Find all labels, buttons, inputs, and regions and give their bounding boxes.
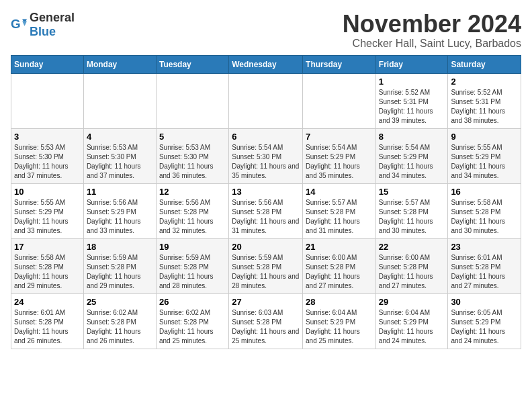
day-info: Sunrise: 5:55 AM Sunset: 5:29 PM Dayligh…: [451, 143, 518, 181]
day-number: 16: [451, 187, 518, 197]
weekday-header-cell: Monday: [83, 55, 156, 73]
calendar-week-row: 17Sunrise: 5:58 AM Sunset: 5:28 PM Dayli…: [11, 238, 521, 293]
calendar-cell: 1Sunrise: 5:52 AM Sunset: 5:31 PM Daylig…: [375, 73, 448, 128]
day-number: 19: [159, 242, 226, 252]
day-info: Sunrise: 6:04 AM Sunset: 5:29 PM Dayligh…: [306, 308, 373, 346]
calendar-cell: 7Sunrise: 5:54 AM Sunset: 5:29 PM Daylig…: [303, 128, 376, 183]
title-area: November 2024 Checker Hall, Saint Lucy, …: [343, 11, 521, 50]
day-number: 23: [451, 242, 518, 252]
day-number: 26: [159, 297, 226, 307]
weekday-header-cell: Sunday: [11, 55, 84, 73]
day-info: Sunrise: 5:58 AM Sunset: 5:28 PM Dayligh…: [451, 198, 518, 236]
weekday-header-row: SundayMondayTuesdayWednesdayThursdayFrid…: [11, 55, 521, 73]
day-info: Sunrise: 6:03 AM Sunset: 5:28 PM Dayligh…: [232, 308, 300, 346]
calendar-cell: 25Sunrise: 6:02 AM Sunset: 5:28 PM Dayli…: [83, 293, 156, 349]
calendar-cell: 6Sunrise: 5:54 AM Sunset: 5:30 PM Daylig…: [229, 128, 303, 183]
calendar-cell: 16Sunrise: 5:58 AM Sunset: 5:28 PM Dayli…: [448, 183, 521, 238]
day-number: 8: [379, 132, 445, 142]
day-number: 21: [306, 242, 373, 252]
day-info: Sunrise: 5:56 AM Sunset: 5:28 PM Dayligh…: [232, 198, 300, 236]
day-number: 14: [306, 187, 373, 197]
weekday-header-cell: Tuesday: [156, 55, 228, 73]
calendar-cell: [11, 73, 84, 128]
calendar-cell: 19Sunrise: 5:59 AM Sunset: 5:28 PM Dayli…: [156, 238, 228, 293]
calendar-cell: 14Sunrise: 5:57 AM Sunset: 5:28 PM Dayli…: [303, 183, 376, 238]
calendar-cell: [229, 73, 303, 128]
day-number: 7: [306, 132, 373, 142]
day-info: Sunrise: 5:59 AM Sunset: 5:28 PM Dayligh…: [159, 253, 226, 291]
calendar-week-row: 10Sunrise: 5:55 AM Sunset: 5:29 PM Dayli…: [11, 183, 521, 238]
day-number: 11: [87, 187, 153, 197]
logo-icon: G: [11, 17, 27, 33]
calendar-cell: 22Sunrise: 6:00 AM Sunset: 5:28 PM Dayli…: [375, 238, 448, 293]
calendar-cell: 13Sunrise: 5:56 AM Sunset: 5:28 PM Dayli…: [229, 183, 303, 238]
day-info: Sunrise: 6:00 AM Sunset: 5:28 PM Dayligh…: [379, 253, 445, 291]
day-number: 13: [232, 187, 300, 197]
svg-text:G: G: [11, 17, 21, 31]
weekday-header-cell: Friday: [375, 55, 448, 73]
location-title: Checker Hall, Saint Lucy, Barbados: [343, 38, 521, 50]
day-info: Sunrise: 6:05 AM Sunset: 5:29 PM Dayligh…: [451, 308, 518, 346]
calendar-cell: 30Sunrise: 6:05 AM Sunset: 5:29 PM Dayli…: [448, 293, 521, 349]
day-info: Sunrise: 5:54 AM Sunset: 5:29 PM Dayligh…: [379, 143, 445, 181]
calendar-cell: 27Sunrise: 6:03 AM Sunset: 5:28 PM Dayli…: [229, 293, 303, 349]
day-number: 25: [87, 297, 153, 307]
day-info: Sunrise: 5:59 AM Sunset: 5:28 PM Dayligh…: [87, 253, 153, 291]
day-info: Sunrise: 6:04 AM Sunset: 5:29 PM Dayligh…: [379, 308, 445, 346]
logo-text: General Blue: [30, 11, 75, 39]
day-number: 4: [87, 132, 153, 142]
day-info: Sunrise: 5:57 AM Sunset: 5:28 PM Dayligh…: [379, 198, 445, 236]
calendar-week-row: 1Sunrise: 5:52 AM Sunset: 5:31 PM Daylig…: [11, 73, 521, 128]
day-number: 10: [14, 187, 81, 197]
logo: G General Blue: [11, 11, 75, 39]
calendar-table: SundayMondayTuesdayWednesdayThursdayFrid…: [11, 55, 521, 349]
day-info: Sunrise: 6:02 AM Sunset: 5:28 PM Dayligh…: [159, 308, 226, 346]
day-info: Sunrise: 5:52 AM Sunset: 5:31 PM Dayligh…: [451, 88, 518, 126]
calendar-cell: 21Sunrise: 6:00 AM Sunset: 5:28 PM Dayli…: [303, 238, 376, 293]
day-number: 29: [379, 297, 445, 307]
weekday-header-cell: Saturday: [448, 55, 521, 73]
day-info: Sunrise: 5:55 AM Sunset: 5:29 PM Dayligh…: [14, 198, 81, 236]
day-number: 9: [451, 132, 518, 142]
day-info: Sunrise: 5:56 AM Sunset: 5:29 PM Dayligh…: [87, 198, 153, 236]
day-number: 24: [14, 297, 81, 307]
day-number: 12: [159, 187, 226, 197]
calendar-cell: 17Sunrise: 5:58 AM Sunset: 5:28 PM Dayli…: [11, 238, 84, 293]
day-info: Sunrise: 5:53 AM Sunset: 5:30 PM Dayligh…: [14, 143, 81, 181]
day-info: Sunrise: 5:53 AM Sunset: 5:30 PM Dayligh…: [87, 143, 153, 181]
calendar-week-row: 3Sunrise: 5:53 AM Sunset: 5:30 PM Daylig…: [11, 128, 521, 183]
day-number: 22: [379, 242, 445, 252]
day-info: Sunrise: 5:58 AM Sunset: 5:28 PM Dayligh…: [14, 253, 81, 291]
day-number: 1: [379, 77, 445, 87]
header: G General Blue November 2024 Checker Hal…: [11, 11, 521, 50]
calendar-cell: 18Sunrise: 5:59 AM Sunset: 5:28 PM Dayli…: [83, 238, 156, 293]
day-info: Sunrise: 5:54 AM Sunset: 5:30 PM Dayligh…: [232, 143, 300, 181]
calendar-cell: 11Sunrise: 5:56 AM Sunset: 5:29 PM Dayli…: [83, 183, 156, 238]
day-info: Sunrise: 5:54 AM Sunset: 5:29 PM Dayligh…: [306, 143, 373, 181]
day-info: Sunrise: 6:02 AM Sunset: 5:28 PM Dayligh…: [87, 308, 153, 346]
day-info: Sunrise: 5:59 AM Sunset: 5:28 PM Dayligh…: [232, 253, 300, 291]
day-info: Sunrise: 5:57 AM Sunset: 5:28 PM Dayligh…: [306, 198, 373, 236]
calendar-body: 1Sunrise: 5:52 AM Sunset: 5:31 PM Daylig…: [11, 73, 521, 349]
calendar-cell: 23Sunrise: 6:01 AM Sunset: 5:28 PM Dayli…: [448, 238, 521, 293]
calendar-cell: [83, 73, 156, 128]
calendar-cell: 2Sunrise: 5:52 AM Sunset: 5:31 PM Daylig…: [448, 73, 521, 128]
day-number: 17: [14, 242, 81, 252]
calendar-cell: 10Sunrise: 5:55 AM Sunset: 5:29 PM Dayli…: [11, 183, 84, 238]
weekday-header-cell: Wednesday: [229, 55, 303, 73]
day-number: 28: [306, 297, 373, 307]
day-number: 3: [14, 132, 81, 142]
day-info: Sunrise: 5:52 AM Sunset: 5:31 PM Dayligh…: [379, 88, 445, 126]
calendar-cell: 20Sunrise: 5:59 AM Sunset: 5:28 PM Dayli…: [229, 238, 303, 293]
calendar-cell: 15Sunrise: 5:57 AM Sunset: 5:28 PM Dayli…: [375, 183, 448, 238]
weekday-header-cell: Thursday: [303, 55, 376, 73]
month-title: November 2024: [343, 11, 521, 38]
calendar-cell: 8Sunrise: 5:54 AM Sunset: 5:29 PM Daylig…: [375, 128, 448, 183]
day-number: 2: [451, 77, 518, 87]
day-info: Sunrise: 6:00 AM Sunset: 5:28 PM Dayligh…: [306, 253, 373, 291]
calendar-cell: 24Sunrise: 6:01 AM Sunset: 5:28 PM Dayli…: [11, 293, 84, 349]
calendar-cell: 29Sunrise: 6:04 AM Sunset: 5:29 PM Dayli…: [375, 293, 448, 349]
day-info: Sunrise: 6:01 AM Sunset: 5:28 PM Dayligh…: [451, 253, 518, 291]
day-number: 18: [87, 242, 153, 252]
day-number: 5: [159, 132, 226, 142]
